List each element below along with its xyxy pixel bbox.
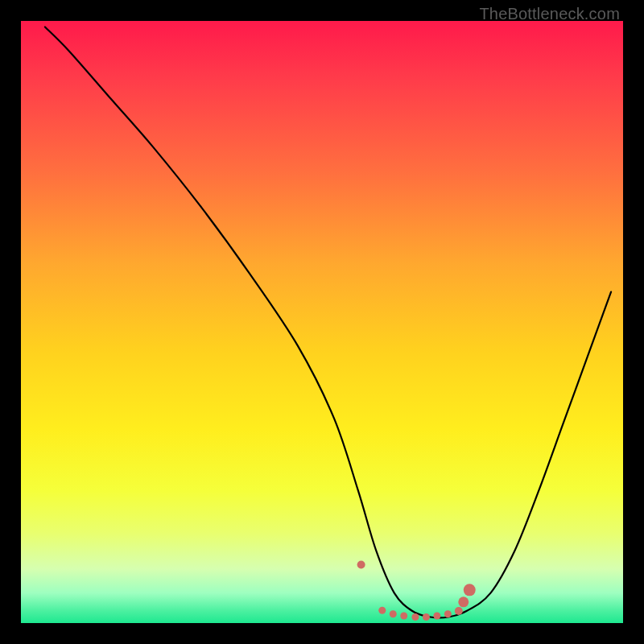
marker-dot xyxy=(458,597,469,607)
chart-svg xyxy=(21,21,623,623)
chart-stage: TheBottleneck.com xyxy=(0,0,644,644)
marker-dot xyxy=(455,607,463,615)
plot-area xyxy=(21,21,623,623)
marker-dot xyxy=(433,613,440,620)
curve-path xyxy=(45,27,611,617)
marker-group xyxy=(357,560,476,621)
marker-dot xyxy=(411,613,419,621)
marker-dot xyxy=(400,613,407,620)
marker-dot xyxy=(464,584,476,596)
marker-dot xyxy=(444,610,452,617)
marker-dot xyxy=(423,613,430,621)
marker-dot xyxy=(390,610,397,617)
marker-dot xyxy=(378,607,386,614)
marker-dot xyxy=(357,560,365,568)
